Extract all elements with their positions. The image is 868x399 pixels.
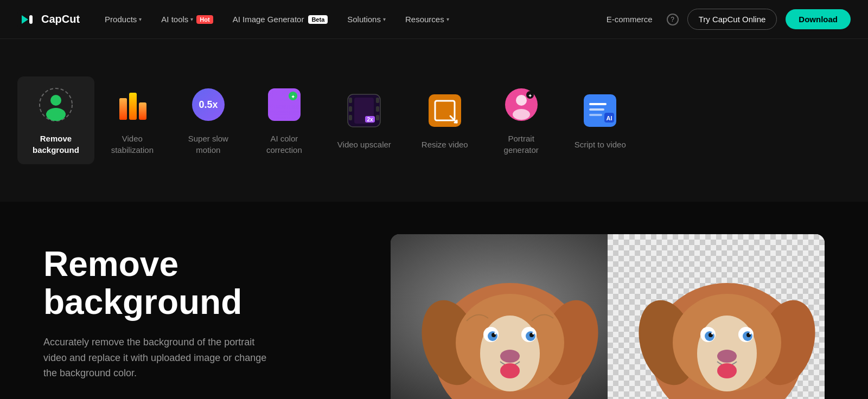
video-stabilization-icon — [113, 85, 152, 124]
svg-point-28 — [516, 95, 527, 106]
svg-rect-8 — [139, 102, 146, 120]
svg-point-73 — [717, 363, 737, 378]
chevron-down-icon: ▾ — [139, 16, 142, 22]
hero-section: Removebackground Accurately remove the b… — [0, 202, 868, 399]
nav-ai-image[interactable]: AI Image Generator Beta — [225, 10, 336, 28]
svg-text:2x: 2x — [367, 117, 374, 123]
super-slow-motion-icon: 0.5x — [189, 85, 228, 124]
portrait-generator-icon: ✦ — [502, 85, 541, 124]
tool-remove-background[interactable]: Removebackground — [17, 76, 94, 164]
hero-image — [391, 234, 825, 399]
beta-badge: Beta — [308, 15, 328, 24]
hot-badge: Hot — [196, 15, 213, 24]
svg-point-70 — [711, 332, 713, 334]
help-icon[interactable]: ? — [667, 14, 679, 25]
hero-title: Removebackground — [43, 245, 347, 321]
svg-point-51 — [532, 332, 534, 334]
svg-point-50 — [494, 332, 496, 334]
nav-resources[interactable]: Resources ▾ — [398, 10, 457, 28]
svg-rect-1 — [29, 15, 33, 24]
svg-rect-17 — [349, 106, 352, 112]
tool-super-slow-motion[interactable]: 0.5x Super slowmotion — [170, 76, 246, 164]
svg-point-3 — [50, 95, 61, 106]
hero-image-right — [608, 234, 825, 399]
video-upscaler-icon: 2x — [344, 91, 384, 130]
script-to-video-icon: AI — [580, 91, 620, 130]
navbar: CapCut Products ▾ AI tools ▾ Hot AI Imag… — [0, 0, 868, 39]
svg-rect-18 — [349, 115, 352, 120]
svg-rect-7 — [129, 93, 137, 120]
svg-text:0.5x: 0.5x — [199, 99, 218, 110]
hero-text: Removebackground Accurately remove the b… — [43, 234, 347, 399]
svg-rect-6 — [119, 98, 127, 120]
svg-point-71 — [749, 332, 751, 334]
svg-point-29 — [513, 109, 530, 120]
chevron-down-icon: ▾ — [190, 16, 193, 22]
svg-text:✦: ✦ — [291, 94, 295, 100]
tool-script-to-video[interactable]: AI Script to video — [559, 82, 641, 159]
dog-no-bg-svg — [608, 234, 825, 399]
svg-point-4 — [46, 108, 66, 121]
tool-strip: Removebackground — [0, 39, 868, 202]
svg-point-53 — [500, 363, 520, 378]
svg-rect-20 — [376, 106, 379, 112]
tool-video-upscaler[interactable]: 2x Video upscaler — [322, 82, 406, 159]
ai-color-correction-icon: 🖼 ✦ — [265, 85, 304, 124]
hero-image-left — [391, 234, 608, 399]
svg-text:AI: AI — [607, 115, 612, 121]
svg-text:✦: ✦ — [528, 93, 532, 99]
svg-rect-21 — [376, 115, 379, 120]
download-button[interactable]: Download — [786, 9, 851, 29]
resize-video-icon — [425, 91, 464, 130]
chevron-down-icon: ▾ — [383, 16, 386, 22]
svg-point-72 — [717, 350, 737, 363]
dog-with-bg-svg — [391, 234, 608, 399]
tool-resize-video[interactable]: Resize video — [406, 82, 483, 159]
svg-point-52 — [500, 350, 520, 363]
tool-portrait-generator[interactable]: ✦ Portraitgenerator — [483, 76, 559, 164]
remove-background-icon — [36, 85, 75, 124]
logo[interactable]: CapCut — [17, 10, 80, 29]
chevron-down-icon: ▾ — [446, 16, 449, 22]
tool-ai-color-correction[interactable]: 🖼 ✦ AI colorcorrection — [246, 76, 322, 164]
svg-rect-19 — [376, 98, 379, 103]
capcut-logo-icon — [17, 10, 37, 29]
nav-solutions[interactable]: Solutions ▾ — [340, 10, 393, 28]
nav-ai-tools[interactable]: AI tools ▾ Hot — [154, 10, 220, 28]
svg-rect-33 — [589, 103, 607, 105]
nav-products[interactable]: Products ▾ — [97, 10, 149, 28]
hero-description: Accurately remove the background of the … — [43, 334, 271, 381]
nav-ecommerce[interactable]: E-commerce — [599, 10, 660, 28]
svg-rect-35 — [589, 114, 602, 116]
svg-rect-16 — [349, 98, 352, 103]
svg-rect-34 — [589, 108, 604, 111]
tool-video-stabilization[interactable]: Videostabilization — [94, 76, 170, 164]
logo-text: CapCut — [41, 13, 80, 25]
try-online-button[interactable]: Try CapCut Online — [687, 9, 777, 30]
